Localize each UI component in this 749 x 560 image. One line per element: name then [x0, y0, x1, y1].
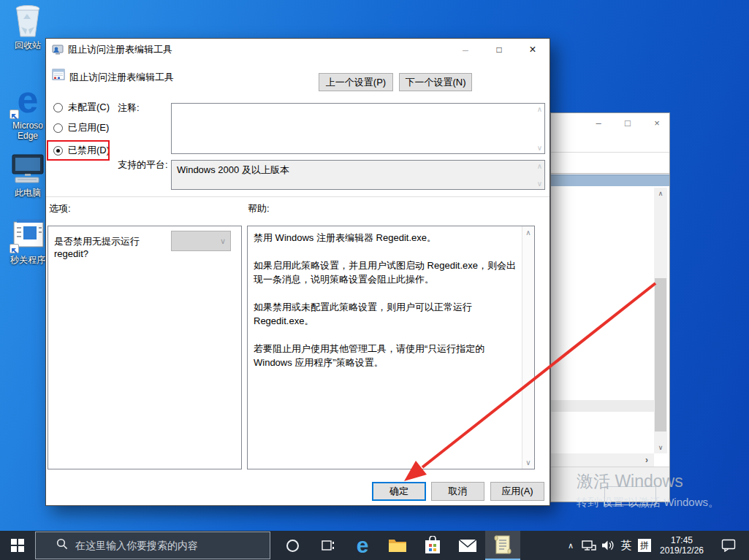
desktop-icon-edge[interactable]: e Microso Edge	[4, 85, 51, 141]
scroll-right-icon[interactable]: ›	[645, 453, 648, 467]
network-icon	[582, 540, 596, 552]
ime-mode-label: 拼	[638, 539, 651, 552]
chevron-up-icon: ∧	[568, 541, 574, 551]
desktop-icon-label: 此电脑	[4, 188, 51, 198]
comment-textarea[interactable]: ∧ ∨	[171, 103, 545, 154]
scroll-down-icon[interactable]: ∨	[522, 459, 534, 467]
taskbar-edge-button[interactable]: e	[345, 531, 380, 560]
radio-label: 已启用(E)	[68, 121, 109, 134]
policy-dialog-icon	[52, 44, 64, 55]
taskbar-store-button[interactable]	[415, 531, 450, 560]
ok-button[interactable]: 确定	[372, 482, 426, 501]
task-view-icon	[320, 539, 335, 552]
scroll-down-icon[interactable]: ∨	[654, 442, 667, 453]
policy-setting-icon	[52, 68, 65, 83]
shortcut-arrow-icon	[9, 244, 19, 253]
option-dropdown[interactable]: ∨	[171, 231, 231, 251]
search-input[interactable]	[75, 540, 258, 551]
background-window-row-band	[551, 400, 654, 412]
options-label: 选项:	[49, 202, 71, 215]
volume-icon	[601, 540, 615, 551]
radio-circle-icon[interactable]	[53, 103, 63, 112]
vertical-scrollbar[interactable]: ∧ ∨	[654, 188, 667, 453]
microsoft-store-icon	[424, 536, 441, 555]
scroll-up-icon[interactable]: ∧	[537, 162, 542, 170]
background-window-column-header	[551, 174, 669, 186]
background-window: – □ × ∧ ∨ ›	[550, 112, 670, 502]
scrollbar-thumb[interactable]	[655, 278, 666, 431]
tray-clock[interactable]: 17:45 2019/12/26	[651, 531, 712, 560]
recycle-bin-icon	[4, 4, 51, 38]
ime-language-label: 英	[621, 539, 632, 553]
edge-icon: e	[351, 533, 373, 558]
background-window-toolbar	[551, 152, 669, 174]
chevron-down-icon: ∨	[220, 237, 226, 246]
tray-ime-language-button[interactable]: 英	[617, 531, 635, 560]
radio-not-configured[interactable]: 未配置(C)	[53, 100, 110, 115]
maximize-button[interactable]: □	[482, 39, 516, 60]
red-highlight-box	[47, 140, 110, 161]
covered-button-outline	[604, 486, 656, 505]
section-divider	[46, 196, 550, 197]
scroll-down-icon[interactable]: ∨	[537, 144, 542, 152]
apply-button[interactable]: 应用(A)	[490, 482, 544, 501]
clock-date: 2019/12/26	[660, 545, 704, 556]
tray-volume-button[interactable]	[598, 531, 617, 560]
desktop-icon-shortcut-app[interactable]: 秒关程序	[4, 219, 51, 265]
action-center-icon	[721, 539, 736, 552]
start-button[interactable]	[0, 531, 35, 560]
this-pc-icon	[4, 152, 51, 185]
dialog-title: 阻止访问注册表编辑工具	[68, 43, 172, 56]
radio-label: 未配置(C)	[68, 101, 110, 114]
next-setting-button[interactable]: 下一个设置(N)	[399, 73, 472, 91]
svg-text:e: e	[357, 533, 369, 557]
minimize-button[interactable]: –	[449, 39, 482, 60]
desktop-icon-label: 秒关程序	[4, 255, 51, 265]
windows-logo-icon	[11, 539, 24, 552]
supported-on-label: 支持的平台:	[118, 158, 168, 172]
taskbar-mail-button[interactable]	[450, 531, 485, 560]
taskbar-group-policy-button[interactable]	[485, 531, 520, 560]
close-icon[interactable]: ×	[652, 118, 662, 129]
desktop-icon-label: Microso Edge	[4, 120, 51, 141]
tray-network-button[interactable]	[579, 531, 598, 560]
desktop-icon-this-pc[interactable]: 此电脑	[4, 152, 51, 198]
svg-text:e: e	[18, 82, 39, 118]
mail-icon	[458, 539, 477, 553]
taskbar-cortana-button[interactable]	[275, 531, 310, 560]
desktop-icon-label: 回收站	[4, 40, 51, 50]
taskbar-search-box[interactable]	[35, 532, 270, 559]
close-button[interactable]: ×	[516, 39, 550, 60]
background-window-titlebar: – □ ×	[551, 113, 669, 152]
desktop-icon-recycle-bin[interactable]: 回收站	[4, 4, 51, 50]
comment-label: 注释:	[118, 101, 140, 115]
policy-name: 阻止访问注册表编辑工具	[69, 71, 174, 84]
previous-setting-button[interactable]: 上一个设置(P)	[319, 73, 393, 91]
scroll-up-icon[interactable]: ∧	[654, 188, 667, 199]
help-panel: 禁用 Windows 注册表编辑器 Regedit.exe。 如果启用此策略设置…	[247, 226, 535, 469]
help-scrollbar[interactable]: ∧ ∨	[522, 226, 534, 469]
supported-on-field: Windows 2000 及以上版本 ∧ ∨	[171, 160, 545, 190]
background-window-statusbar	[551, 467, 669, 502]
scroll-up-icon[interactable]: ∧	[537, 105, 542, 113]
taskbar: e ∧	[0, 531, 749, 560]
help-label: 帮助:	[248, 202, 270, 215]
horizontal-scrollbar[interactable]: ›	[551, 453, 654, 467]
options-panel: 是否禁用无提示运行 regedit? ∨	[47, 226, 242, 469]
cancel-button[interactable]: 取消	[431, 482, 484, 501]
search-icon	[56, 538, 68, 553]
radio-enabled[interactable]: 已启用(E)	[53, 120, 109, 135]
dialog-titlebar[interactable]: 阻止访问注册表编辑工具 – □ ×	[46, 39, 550, 61]
option-question: 是否禁用无提示运行 regedit?	[54, 235, 171, 260]
minimize-icon[interactable]: –	[593, 118, 604, 129]
scroll-down-icon[interactable]: ∨	[537, 180, 542, 188]
taskbar-task-view-button[interactable]	[310, 531, 345, 560]
action-center-button[interactable]	[716, 531, 741, 560]
tray-expand-button[interactable]: ∧	[563, 531, 579, 560]
file-explorer-icon	[388, 537, 407, 553]
scroll-up-icon[interactable]: ∧	[522, 229, 534, 237]
radio-circle-icon[interactable]	[53, 123, 63, 133]
taskbar-file-explorer-button[interactable]	[380, 531, 415, 560]
maximize-icon[interactable]: □	[623, 118, 633, 129]
group-policy-scroll-icon	[493, 534, 512, 555]
